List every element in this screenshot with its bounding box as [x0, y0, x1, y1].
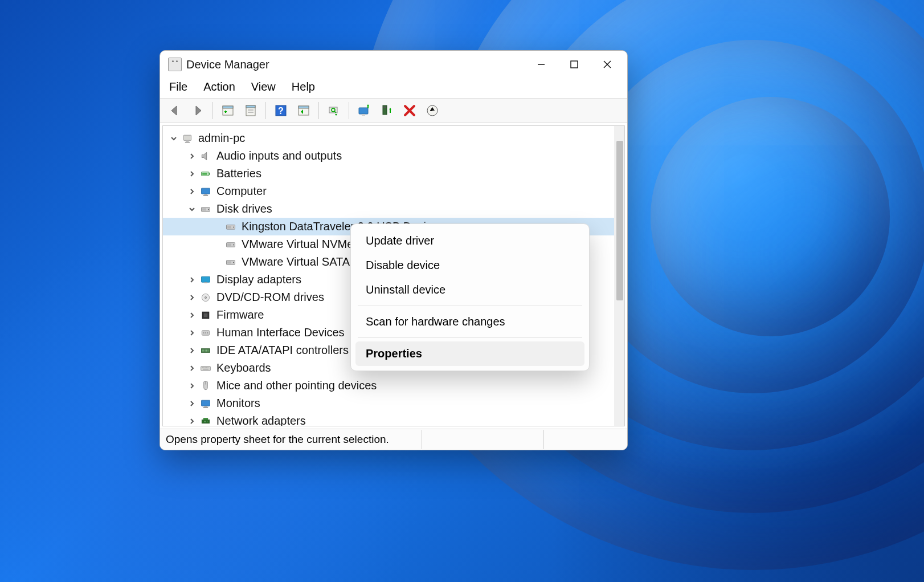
svg-rect-28 [202, 173, 207, 174]
tree-root[interactable]: admin-pc [163, 129, 624, 147]
back-button[interactable] [165, 101, 185, 120]
svg-rect-64 [206, 367, 207, 368]
svg-rect-40 [227, 243, 231, 246]
monitor-icon [199, 185, 212, 198]
expander-icon[interactable] [187, 363, 197, 373]
expander-icon[interactable] [187, 275, 197, 285]
keyboard-icon [199, 362, 212, 375]
svg-rect-49 [204, 313, 208, 317]
svg-point-42 [233, 262, 234, 263]
battery-icon [199, 168, 212, 180]
expander-icon[interactable] [169, 133, 179, 144]
expander-icon[interactable] [187, 186, 197, 197]
expander-icon[interactable] [187, 398, 197, 409]
show-hide-tree-button[interactable] [218, 101, 238, 120]
enable-device-button[interactable] [377, 101, 396, 120]
optical-drive-icon [199, 291, 212, 304]
svg-point-53 [207, 332, 208, 333]
svg-rect-65 [207, 367, 208, 368]
cm-disable-device[interactable]: Disable device [355, 253, 584, 278]
disk-icon [224, 256, 237, 268]
hid-icon [199, 327, 212, 339]
svg-rect-62 [203, 367, 205, 368]
maximize-button[interactable] [558, 52, 591, 77]
window-title: Device Manager [186, 58, 269, 71]
disk-icon [224, 238, 237, 251]
tree-category-label: Computer [216, 185, 267, 198]
svg-rect-43 [227, 261, 231, 263]
cm-update-driver[interactable]: Update driver [355, 229, 584, 253]
ide-icon [199, 344, 212, 357]
update-driver-button[interactable] [354, 101, 374, 120]
svg-point-36 [233, 226, 234, 227]
tree-category[interactable]: Network adapters [163, 412, 624, 426]
cm-scan-hardware[interactable]: Scan for hardware changes [355, 310, 584, 334]
tree-category[interactable]: Batteries [163, 165, 624, 182]
svg-rect-30 [205, 194, 207, 195]
menu-action[interactable]: Action [203, 80, 235, 93]
svg-rect-34 [202, 208, 206, 210]
svg-rect-16 [359, 108, 368, 114]
expander-icon[interactable] [187, 381, 197, 391]
toolbar: ? [160, 99, 627, 123]
speaker-icon [199, 150, 212, 162]
svg-rect-17 [362, 114, 365, 116]
titlebar[interactable]: Device Manager [160, 51, 627, 78]
expander-icon[interactable] [187, 169, 197, 179]
help-button[interactable]: ? [271, 101, 291, 120]
cm-separator [358, 306, 582, 306]
svg-rect-68 [202, 400, 210, 406]
tree-category-label: Batteries [216, 167, 261, 180]
minimize-button[interactable] [525, 52, 558, 77]
svg-rect-70 [203, 406, 208, 408]
action-list-button[interactable] [294, 101, 313, 120]
uninstall-device-button[interactable] [400, 101, 419, 120]
forward-button[interactable] [188, 101, 207, 120]
tree-category[interactable]: Monitors [163, 394, 624, 412]
scrollbar-track[interactable] [614, 126, 624, 426]
expander-icon[interactable] [187, 416, 197, 426]
menu-view[interactable]: View [251, 80, 276, 93]
scan-hardware-button[interactable] [324, 101, 344, 120]
computer-root-icon [181, 132, 194, 145]
tree-category[interactable]: Audio inputs and outputs [163, 147, 624, 165]
tree-category[interactable]: Mice and other pointing devices [163, 377, 624, 394]
svg-rect-37 [227, 226, 231, 228]
svg-rect-61 [202, 367, 203, 368]
svg-rect-1 [571, 61, 578, 68]
app-icon [168, 58, 182, 71]
mouse-icon [199, 380, 212, 392]
svg-rect-24 [186, 140, 189, 142]
svg-rect-45 [205, 282, 207, 283]
events-button[interactable] [423, 101, 442, 120]
expander-icon[interactable] [187, 328, 197, 338]
expander-icon[interactable] [187, 310, 197, 320]
status-text: Opens property sheet for the current sel… [166, 433, 389, 446]
svg-rect-27 [209, 173, 210, 174]
menubar: File Action View Help [160, 78, 627, 99]
properties-sheet-button[interactable] [241, 101, 260, 120]
svg-point-51 [203, 332, 205, 333]
svg-rect-7 [246, 105, 255, 108]
tree-category[interactable]: Computer [163, 182, 624, 200]
menu-help[interactable]: Help [292, 80, 315, 93]
svg-point-52 [205, 332, 206, 333]
expander-icon[interactable] [187, 151, 197, 161]
svg-point-47 [205, 296, 206, 298]
expander-icon[interactable] [187, 292, 197, 303]
statusbar: Opens property sheet for the current sel… [160, 429, 627, 450]
scrollbar-thumb[interactable] [616, 141, 623, 300]
disk-icon [224, 221, 237, 233]
display-adapter-icon [199, 274, 212, 286]
svg-rect-23 [183, 135, 191, 140]
expander-icon[interactable] [187, 204, 197, 214]
cm-uninstall-device[interactable]: Uninstall device [355, 278, 584, 302]
tree-category-label: IDE ATA/ATAPI controllers [216, 344, 349, 357]
expander-icon[interactable] [187, 345, 197, 356]
disk-icon [199, 203, 212, 215]
tree-category[interactable]: Disk drives [163, 200, 624, 218]
close-button[interactable] [591, 52, 624, 77]
cm-properties[interactable]: Properties [355, 341, 584, 366]
menu-file[interactable]: File [169, 80, 187, 93]
tree-category-label: Network adapters [216, 414, 306, 426]
